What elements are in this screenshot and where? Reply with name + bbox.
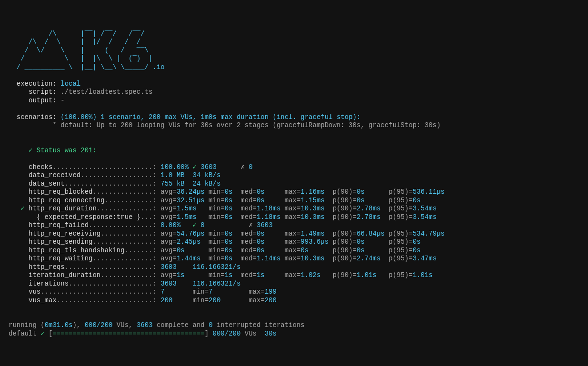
metric-vus: vus [29, 288, 40, 296]
status-check-icon: ✓ [29, 147, 32, 154]
script-value: ./test/loadtest.spec.ts [60, 88, 152, 96]
status-text: Status was 201: [37, 147, 97, 154]
output-value: - [60, 97, 64, 104]
script-label: script: [9, 88, 57, 96]
metric-http-req-duration: http_req_duration [29, 205, 97, 212]
metric-http-req-connecting: http_req_connecting [29, 197, 105, 204]
metric-data-sent: data_sent [29, 180, 65, 188]
metric-http_reqs: http_reqs [29, 263, 65, 271]
metric-iteration-duration: iteration_duration [29, 271, 100, 279]
metric-checks: checks [29, 163, 52, 171]
scenario-detail: * default: Up to 200 looping VUs for 30s… [9, 121, 440, 129]
metric-http-req-blocked: http_req_blocked [29, 188, 92, 196]
terminal-output: /\ |‾‾| /‾‾/ /‾‾/ /\ / \ | |/ / / / / \/… [9, 30, 583, 338]
execution-value: local [60, 80, 80, 88]
progress-check-icon: ✓ [40, 330, 44, 337]
metric-http-req-tls-handshaking: http_req_tls_handshaking [29, 247, 125, 254]
metric-iterations: iterations [29, 280, 69, 287]
output-label: output: [9, 97, 57, 104]
check-icon: ✓ [9, 205, 29, 212]
metric-http-req-receiving: http_req_receiving [29, 230, 100, 237]
metric-http-req-waiting: http_req_waiting [29, 255, 92, 262]
k6-logo: /\ |‾‾| /‾‾/ /‾‾/ /\ / \ | |/ / / / / \/… [9, 30, 165, 71]
metric--expected-response-true-: { expected_response:true } [29, 213, 140, 221]
scenarios-value: (100.00%) 1 scenario, 200 max VUs, 1m0s … [60, 113, 360, 121]
scenarios-label: scenarios: [9, 113, 57, 121]
metric-vus_max: vus_max [29, 297, 57, 304]
metric-http-req-sending: http_req_sending [29, 238, 92, 246]
metric-data-received: data_received [29, 171, 80, 179]
execution-label: execution: [9, 80, 57, 88]
metric-http-req-failed: http_req_failed [29, 221, 89, 229]
progress-bar: ====================================== [52, 330, 204, 337]
